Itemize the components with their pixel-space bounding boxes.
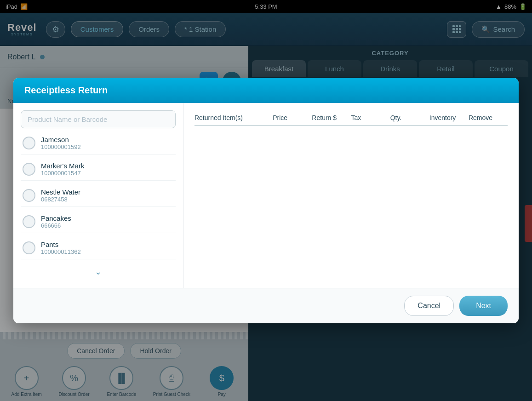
list-item[interactable]: Marker's Mark 100000001547 xyxy=(21,158,176,181)
return-table-header: Returned Item(s) Price Return $ Tax Qty.… xyxy=(194,110,508,126)
col-price: Price xyxy=(273,114,312,121)
dialog-body: Jameson 100000001592 Marker's Mark 10000… xyxy=(13,103,519,288)
return-table-body xyxy=(194,130,508,281)
chevron-down-icon: ⌄ xyxy=(95,267,102,277)
col-return-dollar: Return $ xyxy=(312,114,351,121)
list-item-radio-pants xyxy=(23,241,35,254)
list-item-code: 666666 xyxy=(41,222,71,229)
list-item-code: 100000001547 xyxy=(41,170,85,177)
list-item-radio-markers-mark xyxy=(23,163,35,176)
list-item-name: Pancakes xyxy=(41,214,71,222)
list-item[interactable]: Jameson 100000001592 xyxy=(21,132,176,155)
dialog-header: Receiptless Return xyxy=(13,78,519,103)
list-item-code: 06827458 xyxy=(41,196,80,203)
list-item-radio-nestle xyxy=(23,189,35,202)
receiptless-return-dialog: Receiptless Return Jameson 100000001592 … xyxy=(13,78,519,323)
list-item-name: Jameson xyxy=(41,136,81,143)
col-tax: Tax xyxy=(351,114,390,121)
product-search-input[interactable] xyxy=(21,110,176,128)
col-inventory: Inventory xyxy=(429,114,469,121)
dialog-overlay: Receiptless Return Jameson 100000001592 … xyxy=(0,0,532,401)
product-list-pane: Jameson 100000001592 Marker's Mark 10000… xyxy=(13,103,183,288)
dialog-title: Receiptless Return xyxy=(24,85,108,95)
cancel-button[interactable]: Cancel xyxy=(404,296,454,316)
list-item-radio-pancakes xyxy=(23,215,35,228)
col-returned-items: Returned Item(s) xyxy=(194,114,273,121)
list-item[interactable]: Nestle Water 06827458 xyxy=(21,184,176,207)
col-remove: Remove xyxy=(469,114,508,121)
dialog-footer: Cancel Next xyxy=(13,288,519,323)
list-item[interactable]: Pants 100000011362 xyxy=(21,237,176,259)
list-item-radio-jameson xyxy=(23,137,35,149)
load-more-button[interactable]: ⌄ xyxy=(21,263,176,281)
list-item-code: 100000001592 xyxy=(41,143,81,150)
next-button[interactable]: Next xyxy=(459,296,508,316)
list-item-name: Marker's Mark xyxy=(41,162,85,170)
list-item-name: Nestle Water xyxy=(41,188,80,196)
return-items-pane: Returned Item(s) Price Return $ Tax Qty.… xyxy=(183,103,519,288)
col-qty: Qty. xyxy=(390,114,429,121)
list-item-code: 100000011362 xyxy=(41,248,81,255)
list-item-name: Pants xyxy=(41,241,81,248)
list-item[interactable]: Pancakes 666666 xyxy=(21,211,176,233)
